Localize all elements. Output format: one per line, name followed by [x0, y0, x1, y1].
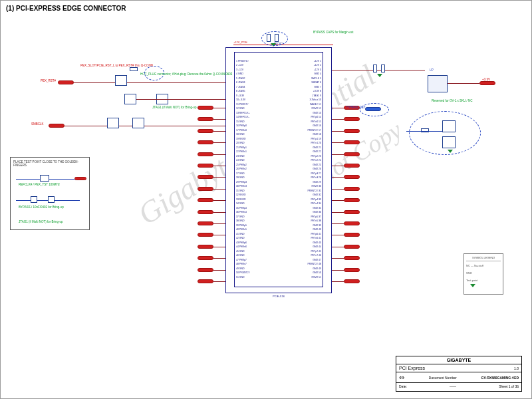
- titleblock-date: ——: [450, 384, 456, 388]
- port-tx: [344, 245, 360, 249]
- net-3v3-out: +3.3V: [482, 78, 490, 81]
- pin-left: 6 JTAG3: [236, 82, 280, 84]
- pin-left: 32 RSVD: [236, 194, 280, 197]
- ldo-ic: [428, 75, 448, 92]
- wire-tx: [332, 108, 344, 108]
- pin-right: GND 40: [277, 229, 321, 231]
- pin-left: 2 +12V: [236, 65, 280, 67]
- cloud-left-1: [144, 66, 164, 80]
- titleblock: GIGABYTE PCI Express 1.0 ⇔ Document Numb…: [396, 356, 522, 392]
- port-rx: [198, 175, 213, 179]
- pin-right: PETn6 42: [277, 237, 321, 240]
- wire-rx: [213, 235, 225, 235]
- port-rx: [198, 210, 213, 214]
- pin-right: PETp6 41: [277, 233, 321, 236]
- wire-tx: [332, 235, 344, 235]
- transistor-q4: [107, 118, 119, 128]
- pin-left: 51 GND: [236, 277, 280, 279]
- pin-right: +12V 2: [277, 65, 321, 67]
- pin-left: 30 PERn3: [236, 186, 280, 188]
- legend-item-2: Test-point: [466, 279, 501, 282]
- cap-r-2: [381, 65, 385, 72]
- net-left-1: PEX_RST#: [41, 79, 56, 82]
- port-tx: [344, 233, 360, 237]
- port-tx: [344, 268, 360, 272]
- port-tx: [344, 279, 360, 283]
- pin-left: 48 PERn7: [236, 263, 280, 266]
- wire-tx: [332, 212, 344, 213]
- pcie-connector-symbol: JPCIE1 1 PRSNT1#2 +12V3 +12V4 GND5 JTAG2…: [225, 47, 332, 293]
- pin-right: RSVD 30: [277, 186, 321, 188]
- wire-rx: [213, 108, 225, 108]
- wire-tx: [332, 166, 344, 166]
- note-left-3: JTAG1 (if Multi NOT) for Bring-up: [152, 106, 196, 109]
- pin-right: 3.3Vaux 10: [277, 99, 321, 102]
- gnd-r-1: [377, 74, 382, 77]
- transistor-q2: [124, 94, 136, 104]
- port-tx: [344, 164, 360, 168]
- titleblock-docnum-label: Document Number: [429, 376, 457, 380]
- pin-left: 38 GND: [236, 220, 280, 223]
- note-left-1: PEX_SLOT/PCIE_RST_L to PEX_RST# thru Q-C…: [80, 64, 153, 67]
- port-tx: [344, 175, 360, 179]
- wire-tx: [332, 258, 344, 259]
- pin-left: 36 PERn4: [236, 211, 280, 214]
- titleblock-sheet: Sheet 1 of 36: [499, 384, 519, 388]
- wire-rx: [213, 154, 225, 155]
- pin-left: 41 GND: [236, 233, 280, 236]
- pin-right: PRSNT2# 31: [277, 190, 321, 193]
- pin-right: PETp0 14: [277, 116, 321, 119]
- pin-left: 24 GND: [236, 160, 280, 162]
- pin-left: 46 GND: [236, 255, 280, 257]
- pin-left: 45 GND: [236, 251, 280, 253]
- legend-title: SYMBOL LEGEND: [466, 256, 501, 261]
- pin-right: PETn4 34: [277, 203, 321, 205]
- wire-tx: [332, 189, 344, 190]
- pin-right: GND 21: [277, 147, 321, 150]
- port-rx: [198, 164, 213, 168]
- pin-right: PETn2 24: [277, 160, 321, 162]
- wire-perst: [74, 82, 225, 83]
- wire-rx: [213, 142, 225, 143]
- wire-right-2: [406, 131, 442, 132]
- pin-right: GND 16: [277, 125, 321, 128]
- inset-port-a: [74, 177, 86, 180]
- titleblock-company: GIGABYTE: [399, 358, 519, 362]
- port-tx: [344, 187, 360, 191]
- pin-left: 1 PRSNT1#: [236, 61, 280, 63]
- wire-tx: [332, 154, 344, 155]
- wire-rx: [213, 223, 225, 224]
- pin-right: GND 25: [277, 164, 321, 167]
- pin-left: 39 PERp5: [236, 225, 280, 227]
- wire-smb: [136, 99, 225, 100]
- pin-right: PRSNT2# 48: [277, 263, 321, 266]
- pin-right: GND 18: [277, 134, 321, 136]
- wire-rx: [213, 258, 225, 259]
- wire-12v: [233, 45, 333, 45]
- port-rx: [198, 117, 213, 121]
- wire-rx: [213, 270, 225, 271]
- pin-right: GND 4: [277, 73, 321, 76]
- legend-gnd-icon: [470, 284, 475, 287]
- pin-right: PETp4 33: [277, 199, 321, 201]
- ic-part: PCIE-X16: [226, 295, 331, 298]
- port-tx: [344, 198, 360, 202]
- pin-left: 27 GND: [236, 173, 280, 176]
- cloud-top-caps: [261, 31, 288, 46]
- net-left-2: SMBCLK: [31, 122, 44, 126]
- res-r1: [130, 67, 138, 71]
- pin-right: PETp2 23: [277, 156, 321, 158]
- pin-left: 20 GND: [236, 142, 280, 145]
- port-rx: [198, 152, 213, 156]
- cap-r-1: [373, 65, 377, 72]
- pin-right: GND 35: [277, 207, 321, 210]
- port-rx: [198, 187, 213, 191]
- port-rx: [198, 198, 213, 202]
- titleblock-rev: 1.0: [514, 366, 519, 370]
- legend-item-1: GND: [466, 271, 501, 275]
- wire-3v3: [332, 70, 425, 70]
- wire-tx: [332, 131, 344, 132]
- pin-right: JTAG1 9: [277, 95, 321, 98]
- inset-title: PLACE TEST POINT CLOSE TO THE GOLDEN-FIN…: [13, 160, 86, 167]
- inset-label-a: REFCLK# / PEX_TST 100MHz: [19, 183, 60, 186]
